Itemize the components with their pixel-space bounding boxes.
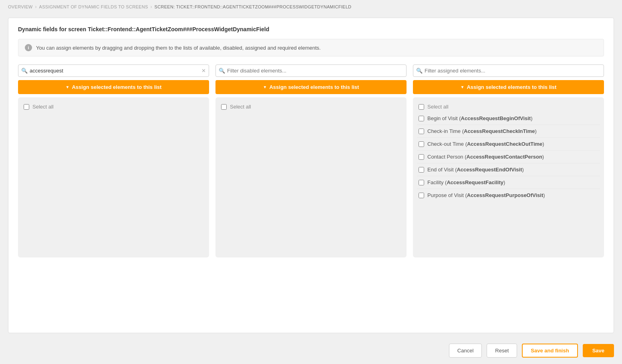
save-finish-button[interactable]: Save and finish: [522, 344, 578, 358]
reset-button[interactable]: Reset: [487, 344, 517, 358]
breadcrumb-sep-2: ›: [151, 4, 152, 10]
list-item-checkbox[interactable]: [419, 167, 424, 173]
list-item-checkbox[interactable]: [419, 193, 424, 198]
column-disabled: 🔍 ▼ Assign selected elements to this lis…: [215, 64, 407, 257]
assigned-assign-button[interactable]: ▼ Assign selected elements to this list: [413, 80, 604, 94]
list-item-label: Check-in Time (AccessRequestCheckInTime): [427, 128, 537, 134]
main-card: Dynamic fields for screen Ticket::Fronte…: [8, 18, 614, 333]
available-select-all-label: Select all: [32, 104, 54, 110]
disabled-select-all-row: Select all: [219, 101, 403, 112]
column-assigned: 🔍 ▼ Assign selected elements to this lis…: [413, 64, 604, 257]
page-wrapper: OVERVIEW › ASSIGNMENT OF DYNAMIC FIELDS …: [0, 0, 622, 364]
disabled-select-all-checkbox[interactable]: [221, 104, 227, 110]
disabled-select-all-label: Select all: [230, 104, 251, 110]
assigned-assign-arrow-icon: ▼: [461, 85, 465, 89]
list-item: Check-out Time (AccessRequestCheckOutTim…: [417, 138, 600, 151]
disabled-assign-label: Assign selected elements to this list: [269, 84, 359, 90]
list-item-checkbox[interactable]: [419, 154, 424, 160]
assigned-assign-label: Assign selected elements to this list: [467, 84, 556, 90]
save-button[interactable]: Save: [583, 344, 614, 357]
disabled-search-wrapper: 🔍: [215, 64, 407, 77]
available-search-input[interactable]: [18, 64, 209, 77]
available-search-wrapper: 🔍 ✕: [18, 64, 209, 77]
list-item: End of Visit (AccessRequestEndOfVisit): [417, 163, 600, 176]
disabled-search-input[interactable]: [215, 64, 407, 77]
card-title: Dynamic fields for screen Ticket::Fronte…: [18, 26, 604, 32]
list-item-label: Purpose of Visit (AccessRequestPurposeOf…: [427, 192, 545, 198]
list-item-label: Contact Person (AccessRequestContactPers…: [427, 154, 544, 160]
available-select-all-checkbox[interactable]: [24, 104, 29, 110]
list-item-checkbox[interactable]: [419, 129, 424, 134]
breadcrumb-screen: SCREEN: TICKET::FRONTEND::AGENTTICKETZOO…: [155, 4, 352, 9]
available-assign-arrow-icon: ▼: [66, 85, 70, 89]
assigned-list-area: Select all Begin of Visit (AccessRequest…: [413, 97, 604, 257]
breadcrumb-assignment[interactable]: ASSIGNMENT OF DYNAMIC FIELDS TO SCREENS: [39, 4, 148, 9]
available-list-area: Select all: [18, 97, 209, 257]
list-item: Facility (AccessRequestFacility): [417, 176, 600, 189]
info-icon: i: [25, 44, 32, 51]
assigned-search-wrapper: 🔍: [413, 64, 604, 77]
list-item-label: End of Visit (AccessRequestEndOfVisit): [427, 167, 524, 173]
disabled-assign-arrow-icon: ▼: [263, 85, 267, 89]
available-select-all-row: Select all: [22, 101, 205, 112]
assigned-select-all-label: Select all: [427, 104, 449, 110]
list-item-checkbox[interactable]: [419, 141, 424, 147]
disabled-assign-button[interactable]: ▼ Assign selected elements to this list: [215, 80, 407, 94]
list-item-checkbox[interactable]: [419, 180, 424, 185]
assigned-select-all-checkbox[interactable]: [419, 104, 424, 110]
column-available: 🔍 ✕ ▼ Assign selected elements to this l…: [18, 64, 209, 257]
assigned-search-input[interactable]: [413, 64, 604, 77]
list-item: Purpose of Visit (AccessRequestPurposeOf…: [417, 189, 600, 201]
available-assign-label: Assign selected elements to this list: [72, 84, 161, 90]
columns-wrapper: 🔍 ✕ ▼ Assign selected elements to this l…: [18, 64, 604, 257]
list-item: Check-in Time (AccessRequestCheckInTime): [417, 125, 600, 138]
footer: Cancel Reset Save and finish Save: [0, 337, 622, 364]
list-item-label: Facility (AccessRequestFacility): [427, 179, 505, 185]
breadcrumb: OVERVIEW › ASSIGNMENT OF DYNAMIC FIELDS …: [0, 0, 622, 14]
list-item-label: Check-out Time (AccessRequestCheckOutTim…: [427, 141, 544, 147]
info-text: You can assign elements by dragging and …: [36, 45, 321, 51]
assigned-select-all-row: Select all: [417, 101, 600, 112]
list-item-checkbox[interactable]: [419, 116, 424, 121]
assigned-items-container: Begin of Visit (AccessRequestBeginOfVisi…: [417, 112, 600, 201]
cancel-button[interactable]: Cancel: [449, 344, 482, 358]
info-box: i You can assign elements by dragging an…: [18, 39, 604, 56]
available-clear-icon[interactable]: ✕: [201, 68, 206, 74]
list-item: Begin of Visit (AccessRequestBeginOfVisi…: [417, 112, 600, 125]
available-assign-button[interactable]: ▼ Assign selected elements to this list: [18, 80, 209, 94]
list-item: Contact Person (AccessRequestContactPers…: [417, 151, 600, 163]
breadcrumb-sep-1: ›: [35, 4, 37, 10]
list-item-label: Begin of Visit (AccessRequestBeginOfVisi…: [427, 115, 533, 121]
breadcrumb-overview[interactable]: OVERVIEW: [8, 4, 33, 9]
disabled-list-area: Select all: [215, 97, 407, 257]
